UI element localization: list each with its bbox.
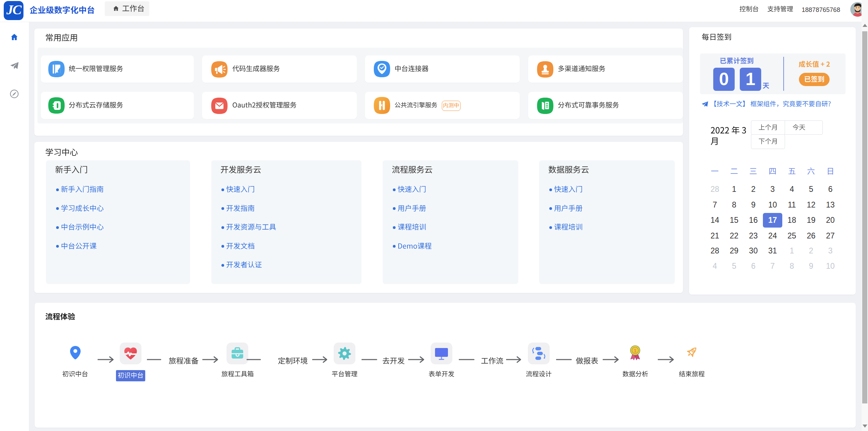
- svg-text:1: 1: [634, 348, 636, 353]
